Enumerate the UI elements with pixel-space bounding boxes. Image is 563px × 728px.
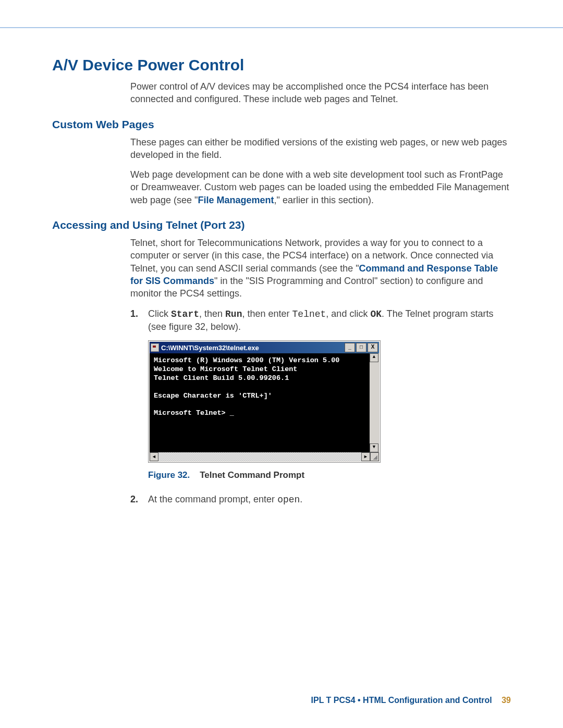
horizontal-scrollbar: ◄ ► <box>150 452 379 461</box>
scroll-down-button[interactable]: ▼ <box>370 443 378 452</box>
scroll-left-button[interactable]: ◄ <box>150 452 158 461</box>
kw-open: open <box>277 495 300 505</box>
heading-custom-web-pages: Custom Web Pages <box>52 118 511 131</box>
steps-list: 1. Click Start, then Run, then enter Tel… <box>130 307 511 334</box>
kw-run: Run <box>225 309 242 319</box>
custom-pages-paragraph-2: Web page development can be done with a … <box>130 168 511 206</box>
text-segment: . <box>300 494 302 504</box>
step-number: 1. <box>130 307 138 320</box>
heading-av-device-power-control: A/V Device Power Control <box>52 56 511 74</box>
custom-pages-paragraph-1: These pages can either be modified versi… <box>130 136 511 162</box>
telnet-title-text: C:\WINNT\System32\telnet.exe <box>161 344 344 352</box>
footer-page-number: 39 <box>501 696 511 705</box>
intro-paragraph: Power control of A/V devices may be acco… <box>130 80 511 106</box>
telnet-intro-paragraph: Telnet, short for Telecommunications Net… <box>130 237 511 300</box>
scroll-right-button[interactable]: ► <box>361 452 370 461</box>
figure-label: Figure 32. <box>148 470 190 480</box>
figure-title: Telnet Command Prompt <box>200 470 304 480</box>
telnet-screenshot: C:\WINNT\System32\telnet.exe _ □ X Micro… <box>148 340 381 463</box>
kw-telnet: Telnet <box>292 309 326 319</box>
text-segment: ," earlier in this section). <box>274 195 374 205</box>
resize-grip[interactable] <box>370 452 379 461</box>
telnet-titlebar: C:\WINNT\System32\telnet.exe _ □ X <box>150 342 379 353</box>
top-rule <box>0 27 563 28</box>
text-segment: , and click <box>326 309 370 319</box>
close-button[interactable]: X <box>368 343 378 352</box>
text-segment: Click <box>148 309 171 319</box>
heading-accessing-telnet: Accessing and Using Telnet (Port 23) <box>52 219 511 231</box>
terminal-text: Microsoft (R) Windows 2000 (TM) Version … <box>154 356 339 417</box>
page-content: A/V Device Power Control Power control o… <box>52 56 511 513</box>
text-segment: At the command prompt, enter <box>148 494 277 504</box>
step-2: 2. At the command prompt, enter open. <box>130 493 511 506</box>
step-number: 2. <box>130 493 138 505</box>
telnet-terminal: Microsoft (R) Windows 2000 (TM) Version … <box>150 353 379 452</box>
kw-start: Start <box>171 309 199 319</box>
window-buttons: _ □ X <box>344 343 378 352</box>
steps-list-2: 2. At the command prompt, enter open. <box>130 493 511 506</box>
maximize-button[interactable]: □ <box>356 343 366 352</box>
text-segment: , then enter <box>242 309 292 319</box>
page-footer: IPL T PCS4 • HTML Configuration and Cont… <box>311 696 511 705</box>
telnet-app-icon <box>151 343 159 352</box>
figure-caption: Figure 32. Telnet Command Prompt <box>148 470 511 480</box>
kw-ok: OK <box>370 309 382 319</box>
text-segment: , then <box>199 309 225 319</box>
scroll-up-button[interactable]: ▲ <box>370 353 378 362</box>
minimize-button[interactable]: _ <box>345 343 355 352</box>
footer-text: IPL T PCS4 • HTML Configuration and Cont… <box>311 696 492 705</box>
scroll-track[interactable] <box>158 452 361 461</box>
file-management-link[interactable]: File Management <box>198 195 274 205</box>
step-1: 1. Click Start, then Run, then enter Tel… <box>130 307 511 334</box>
